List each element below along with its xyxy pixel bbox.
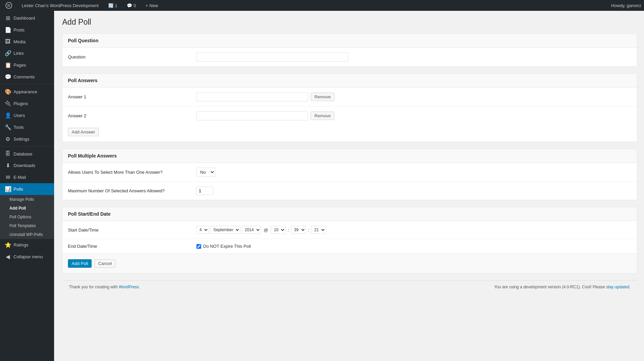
footer-thank-you: Thank you for creating with bbox=[69, 285, 118, 289]
max-answers-row: Maximum Number Of Selected Answers Allow… bbox=[63, 182, 637, 200]
comments-count: 0 bbox=[134, 3, 136, 8]
dashboard-icon: ⊞ bbox=[5, 15, 11, 21]
start-day-select[interactable]: 4 bbox=[196, 226, 209, 234]
sidebar-item-users[interactable]: 👤 Users bbox=[0, 110, 54, 121]
remove-answer1-button[interactable]: Remove bbox=[311, 93, 334, 101]
answer2-input[interactable] bbox=[196, 111, 308, 120]
howdy-text: Howdy, gamerz bbox=[611, 3, 641, 8]
start-hour-select[interactable]: 10 bbox=[271, 226, 286, 234]
sidebar-label-database: Database bbox=[14, 151, 32, 157]
max-answers-input[interactable] bbox=[196, 187, 213, 195]
ratings-icon: ⭐ bbox=[5, 242, 11, 248]
poll-dates-section: Poll Start/End Date Start Date/Time 4 Se… bbox=[62, 207, 637, 273]
sidebar-item-plugins[interactable]: 🔌 Plugins bbox=[0, 98, 54, 110]
poll-dates-table: Start Date/Time 4 September 2014 bbox=[63, 221, 637, 254]
start-month-select[interactable]: September bbox=[210, 226, 240, 234]
allows-select[interactable]: No Yes bbox=[196, 168, 215, 177]
sidebar-subitem-poll-options[interactable]: Poll Options bbox=[0, 213, 54, 221]
sidebar-label-settings: Settings bbox=[14, 137, 29, 142]
footer: Thank you for creating with WordPress. Y… bbox=[62, 280, 637, 293]
comments-nav-icon: 💬 bbox=[5, 74, 11, 80]
sidebar-label-plugins: Plugins bbox=[14, 101, 28, 106]
sidebar-item-polls[interactable]: 📊 Polls bbox=[0, 183, 54, 195]
start-year-select[interactable]: 2014 bbox=[242, 226, 261, 234]
sidebar-label-ratings: Ratings bbox=[14, 242, 28, 247]
sidebar-label-users: Users bbox=[14, 113, 25, 118]
do-not-expire-checkbox[interactable] bbox=[196, 244, 201, 249]
at-label: @ bbox=[264, 227, 268, 233]
start-date-row: Start Date/Time 4 September 2014 bbox=[63, 221, 637, 239]
sidebar-item-tools[interactable]: 🔧 Tools bbox=[0, 121, 54, 133]
sidebar-label-polls: Polls bbox=[14, 187, 23, 192]
poll-templates-label: Poll Templates bbox=[9, 223, 36, 228]
site-name-button[interactable]: Lester Chan's WordPress Development bbox=[19, 0, 101, 11]
question-input[interactable] bbox=[196, 52, 349, 62]
poll-dates-heading: Poll Start/End Date bbox=[63, 207, 637, 221]
updates-button[interactable]: 🔄 1 bbox=[105, 0, 120, 11]
add-poll-button[interactable]: Add Poll bbox=[68, 259, 92, 268]
do-not-expire-label[interactable]: Do NOT Expire This Poll bbox=[196, 244, 631, 249]
sidebar-item-email[interactable]: ✉ E-Mail bbox=[0, 171, 54, 183]
sidebar-item-ratings[interactable]: ⭐ Ratings bbox=[0, 239, 54, 251]
poll-answers-heading: Poll Answers bbox=[63, 74, 637, 88]
users-icon: 👤 bbox=[5, 112, 11, 119]
start-date-label: Start Date/Time bbox=[63, 221, 191, 239]
wp-logo-button[interactable]: W bbox=[3, 0, 15, 11]
sidebar-item-collapse[interactable]: ◀ Collapse menu bbox=[0, 251, 54, 263]
uninstall-label: Uninstall WP-Polls bbox=[9, 232, 43, 237]
sidebar-item-settings[interactable]: ⚙ Settings bbox=[0, 133, 54, 145]
max-answers-label: Maximum Number Of Selected Answers Allow… bbox=[63, 182, 191, 200]
sidebar-label-posts: Posts bbox=[14, 27, 25, 32]
sidebar-label-pages: Pages bbox=[14, 63, 26, 68]
page-title: Add Poll bbox=[62, 18, 637, 27]
poll-question-section: Poll Question Question bbox=[62, 33, 637, 67]
sidebar: ⊞ Dashboard 📄 Posts 🖼 Media 🔗 Links 📋 Pa… bbox=[0, 11, 54, 361]
collapse-icon: ◀ bbox=[5, 254, 11, 260]
new-content-button[interactable]: + New bbox=[143, 0, 161, 11]
colon1: : bbox=[288, 227, 289, 233]
footer-version-text: You are using a development version (4.0… bbox=[494, 285, 605, 289]
sidebar-item-pages[interactable]: 📋 Pages bbox=[0, 59, 54, 71]
settings-icon: ⚙ bbox=[5, 136, 11, 142]
manage-polls-label: Manage Polls bbox=[9, 197, 34, 202]
posts-icon: 📄 bbox=[5, 27, 11, 33]
plugins-icon: 🔌 bbox=[5, 100, 11, 107]
start-second-select[interactable]: 21 bbox=[311, 226, 326, 234]
database-icon: 🗄 bbox=[5, 151, 11, 157]
footer-stay-updated-link[interactable]: stay updated. bbox=[606, 285, 630, 289]
answer1-input[interactable] bbox=[196, 92, 308, 101]
sidebar-subitem-uninstall[interactable]: Uninstall WP-Polls bbox=[0, 230, 54, 239]
sidebar-item-media[interactable]: 🖼 Media bbox=[0, 36, 54, 47]
answer1-label: Answer 1 bbox=[63, 88, 191, 106]
svg-text:W: W bbox=[7, 4, 10, 7]
sidebar-item-comments[interactable]: 💬 Comments bbox=[0, 71, 54, 83]
downloads-icon: ⬇ bbox=[5, 162, 11, 169]
updates-icon: 🔄 bbox=[108, 3, 114, 8]
remove-answer2-button[interactable]: Remove bbox=[311, 112, 334, 120]
sidebar-item-appearance[interactable]: 🎨 Appearance bbox=[0, 86, 54, 98]
comments-icon: 💬 bbox=[127, 3, 132, 8]
start-minute-select[interactable]: 39 bbox=[291, 226, 306, 234]
pages-icon: 📋 bbox=[5, 62, 11, 68]
polls-icon: 📊 bbox=[5, 186, 11, 192]
footer-wp-link[interactable]: WordPress. bbox=[119, 285, 140, 289]
sidebar-subitem-add-poll[interactable]: Add Poll bbox=[0, 204, 54, 213]
sidebar-label-media: Media bbox=[14, 39, 25, 44]
sidebar-item-downloads[interactable]: ⬇ Downloads bbox=[0, 160, 54, 171]
sidebar-subitem-poll-templates[interactable]: Poll Templates bbox=[0, 221, 54, 230]
sidebar-label-email: E-Mail bbox=[14, 175, 26, 180]
question-label: Question bbox=[63, 48, 191, 66]
sidebar-item-dashboard[interactable]: ⊞ Dashboard bbox=[0, 12, 54, 24]
poll-multiple-heading: Poll Multiple Answers bbox=[63, 149, 637, 163]
answer1-row: Answer 1 Remove bbox=[63, 88, 637, 106]
sidebar-item-posts[interactable]: 📄 Posts bbox=[0, 24, 54, 36]
add-answer-button[interactable]: Add Answer bbox=[68, 128, 99, 136]
poll-question-heading: Poll Question bbox=[63, 34, 637, 48]
sidebar-item-links[interactable]: 🔗 Links bbox=[0, 47, 54, 59]
comments-button[interactable]: 💬 0 bbox=[124, 0, 139, 11]
do-not-expire-text: Do NOT Expire This Poll bbox=[203, 244, 251, 249]
sidebar-subitem-manage-polls[interactable]: Manage Polls bbox=[0, 195, 54, 204]
sidebar-item-database[interactable]: 🗄 Database bbox=[0, 148, 54, 160]
poll-question-table: Question bbox=[63, 48, 637, 66]
cancel-button[interactable]: Cancel bbox=[94, 259, 115, 268]
